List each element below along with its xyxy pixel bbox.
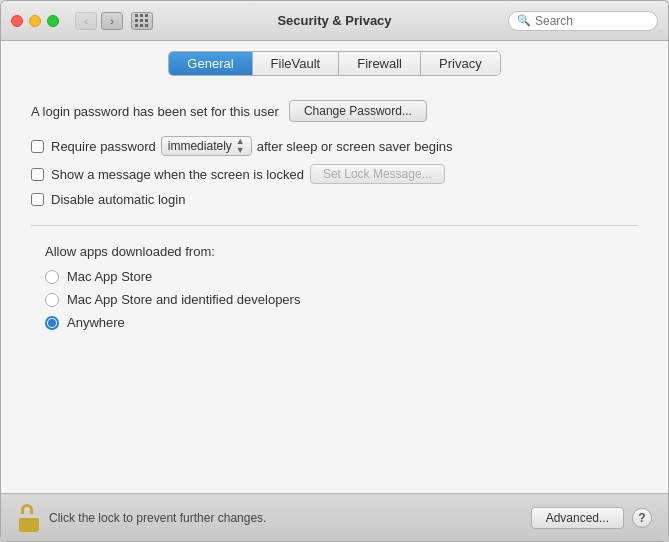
search-box[interactable]: 🔍: [508, 11, 658, 31]
tab-general[interactable]: General: [169, 52, 252, 75]
divider: [31, 225, 638, 226]
radio-mac-app-store-identified-row: Mac App Store and identified developers: [45, 292, 638, 307]
radio-mac-app-store-row: Mac App Store: [45, 269, 638, 284]
forward-button[interactable]: ›: [101, 12, 123, 30]
forward-icon: ›: [110, 15, 114, 27]
require-password-dropdown[interactable]: immediately ▲▼: [161, 136, 252, 156]
window-title: Security & Privacy: [277, 13, 391, 28]
window: ‹ › Security & Privacy 🔍 General FileVau…: [0, 0, 669, 542]
radio-anywhere-selected-indicator: [48, 319, 56, 327]
tab-firewall[interactable]: Firewall: [339, 52, 421, 75]
radio-anywhere-button[interactable]: [45, 316, 59, 330]
dropdown-value: immediately: [168, 139, 232, 153]
tab-privacy[interactable]: Privacy: [421, 52, 500, 75]
radio-anywhere-label: Anywhere: [67, 315, 125, 330]
nav-buttons: ‹ ›: [75, 12, 123, 30]
help-button[interactable]: ?: [632, 508, 652, 528]
disable-autologin-checkbox[interactable]: [31, 193, 44, 206]
dropdown-arrows-icon: ▲▼: [236, 137, 245, 155]
radio-mac-app-store-identified-label: Mac App Store and identified developers: [67, 292, 300, 307]
login-password-text: A login password has been set for this u…: [31, 104, 279, 119]
show-message-checkbox[interactable]: [31, 168, 44, 181]
login-password-section: A login password has been set for this u…: [31, 100, 638, 122]
show-message-row: Show a message when the screen is locked…: [31, 164, 638, 184]
minimize-button[interactable]: [29, 15, 41, 27]
traffic-lights: [11, 15, 59, 27]
set-lock-message-button[interactable]: Set Lock Message...: [310, 164, 445, 184]
advanced-button[interactable]: Advanced...: [531, 507, 624, 529]
radio-mac-app-store-identified-button[interactable]: [45, 293, 59, 307]
grid-icon: [135, 14, 149, 28]
require-password-checkbox[interactable]: [31, 140, 44, 153]
close-button[interactable]: [11, 15, 23, 27]
back-button[interactable]: ‹: [75, 12, 97, 30]
after-sleep-label: after sleep or screen saver begins: [257, 139, 453, 154]
maximize-button[interactable]: [47, 15, 59, 27]
radio-mac-app-store-button[interactable]: [45, 270, 59, 284]
radio-mac-app-store-label: Mac App Store: [67, 269, 152, 284]
lock-shackle: [21, 504, 33, 514]
show-message-label: Show a message when the screen is locked: [51, 167, 304, 182]
grid-button[interactable]: [131, 12, 153, 30]
content-area: A login password has been set for this u…: [1, 84, 668, 493]
search-icon: 🔍: [517, 14, 531, 27]
allow-apps-title: Allow apps downloaded from:: [45, 244, 638, 259]
tabs-group: General FileVault Firewall Privacy: [168, 51, 500, 76]
titlebar: ‹ › Security & Privacy 🔍: [1, 1, 668, 41]
disable-autologin-label: Disable automatic login: [51, 192, 185, 207]
footer: Click the lock to prevent further change…: [1, 493, 668, 541]
lock-body: [19, 518, 39, 532]
radio-anywhere-row: Anywhere: [45, 315, 638, 330]
disable-autologin-row: Disable automatic login: [31, 192, 638, 207]
change-password-button[interactable]: Change Password...: [289, 100, 427, 122]
tabs-bar: General FileVault Firewall Privacy: [1, 41, 668, 84]
footer-lock-text: Click the lock to prevent further change…: [49, 511, 531, 525]
search-input[interactable]: [535, 14, 649, 28]
require-password-row: Require password immediately ▲▼ after sl…: [31, 136, 638, 156]
back-icon: ‹: [84, 15, 88, 27]
lock-icon[interactable]: [17, 504, 41, 532]
require-password-label: Require password: [51, 139, 156, 154]
tab-filevault[interactable]: FileVault: [253, 52, 340, 75]
